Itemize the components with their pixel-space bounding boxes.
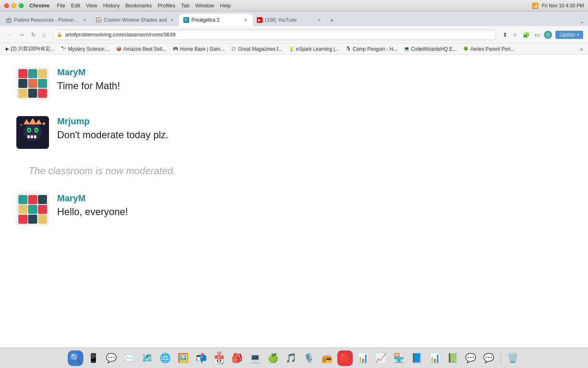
- lock-icon: 🔒: [57, 32, 62, 37]
- bookmark-label-4: Home Base | Gam...: [180, 46, 225, 52]
- back-button[interactable]: ←: [5, 30, 14, 40]
- dock-radio[interactable]: 📻: [319, 350, 335, 366]
- svg-rect-25: [28, 205, 37, 214]
- dock-discord[interactable]: 💬: [463, 350, 479, 366]
- dock-launchpad[interactable]: 📱: [86, 350, 101, 366]
- profile-button[interactable]: G: [544, 31, 552, 39]
- tab-favicon-4: ▶: [257, 17, 263, 23]
- fullscreen-button[interactable]: [19, 3, 24, 8]
- address-bar[interactable]: 🔒 artofproblemsolving.com/classroom/room…: [53, 29, 496, 40]
- dock-keynote[interactable]: 🏪: [391, 350, 407, 366]
- bookmark-item-1[interactable]: ▶ (2) 川普100%肯定...: [3, 45, 57, 53]
- bookmark-item-5[interactable]: 📰 Great Magazines f...: [228, 45, 285, 53]
- tab-close-3[interactable]: ✕: [243, 17, 249, 23]
- bookmark-item-4[interactable]: 🎮 Home Base | Gam...: [170, 45, 227, 53]
- dock-photos[interactable]: 🖼️: [176, 350, 191, 366]
- bookmark-item-2[interactable]: 🔭 Mystery Science:...: [58, 45, 112, 53]
- bookmark-favicon-1: ▶: [6, 46, 9, 52]
- tab-prealgebra[interactable]: P Prealgebra 2 ✕: [179, 14, 253, 26]
- dock-dash[interactable]: 🔴: [337, 350, 353, 366]
- tab-close-2[interactable]: ✕: [169, 17, 175, 23]
- dock-notes[interactable]: 💻: [247, 350, 263, 366]
- svg-rect-1: [28, 69, 37, 78]
- tabs-expand-button[interactable]: ⌄: [578, 16, 586, 26]
- menu-file[interactable]: File: [57, 2, 65, 9]
- tab-favicon-1: 🏥: [6, 17, 11, 23]
- dock-chrome[interactable]: 🌐: [158, 350, 173, 366]
- bookmark-item-7[interactable]: 🐧 Camp Penguin - H...: [343, 45, 400, 53]
- dock-schoolwork[interactable]: 🎒: [229, 350, 245, 366]
- svg-rect-7: [28, 89, 37, 98]
- dock-appstore[interactable]: 🍏: [265, 350, 281, 366]
- dock-word[interactable]: 📘: [409, 350, 425, 366]
- bookmark-button[interactable]: ☆: [512, 31, 519, 39]
- bookmark-favicon-2: 🔭: [61, 46, 67, 52]
- system-time: Fri Nov 10 4:30 PM: [542, 3, 584, 9]
- svg-text:★: ★: [42, 121, 46, 126]
- wifi-icon: 📶: [532, 2, 539, 9]
- tab-patient-resources[interactable]: 🏥 Patient Resources - Pomona,... ✕: [2, 14, 91, 26]
- menu-window[interactable]: Window: [195, 2, 214, 9]
- nav-actions: ⬆ ☆ 🧩 ▭ G Update ▾: [502, 31, 583, 39]
- dock-messages[interactable]: 💬: [104, 350, 119, 366]
- menu-history[interactable]: History: [103, 2, 119, 9]
- chat-message-2: ★ ✦ Mrjump Don't moderate today plz.: [16, 116, 572, 149]
- svg-rect-6: [18, 89, 27, 98]
- tab-label-3: Prealgebra 2: [192, 17, 241, 23]
- dock-separator: [501, 352, 501, 364]
- dock-finder[interactable]: 🔍: [68, 350, 83, 366]
- chat-message-1: MaryM Time for Math!: [16, 67, 572, 100]
- menu-help[interactable]: Help: [220, 2, 231, 9]
- menu-profiles[interactable]: Profiles: [158, 2, 175, 9]
- menu-tab[interactable]: Tab: [181, 2, 189, 9]
- new-tab-button[interactable]: +: [326, 15, 338, 26]
- bookmark-label-9: Aeries Parent Port...: [470, 46, 514, 52]
- bookmark-label-6: eSpark Learning |...: [296, 46, 339, 52]
- tab-close-4[interactable]: ✕: [316, 17, 322, 23]
- dock-trash[interactable]: 🗑️: [505, 350, 521, 366]
- tab-close-1[interactable]: ✕: [82, 17, 87, 23]
- svg-rect-15: [27, 135, 30, 138]
- dock-numbers[interactable]: 📈: [373, 350, 389, 366]
- bookmarks-more-button[interactable]: »: [578, 45, 585, 53]
- dock-excel[interactable]: 📗: [445, 350, 461, 366]
- update-button[interactable]: Update ▾: [555, 31, 583, 39]
- dock-powerpoint[interactable]: 📊: [427, 350, 443, 366]
- username-2: Mrjump: [57, 116, 572, 127]
- tab-youtube[interactable]: ▶ (338) YouTube ✕: [253, 14, 326, 26]
- minimize-button[interactable]: [11, 3, 16, 8]
- dock-contacts[interactable]: 📬: [194, 350, 209, 366]
- bookmark-label-5: Great Magazines f...: [238, 46, 282, 52]
- share-button[interactable]: ⬆: [502, 31, 508, 39]
- menu-bookmarks[interactable]: Bookmarks: [125, 2, 152, 9]
- bookmark-favicon-3: 📦: [116, 46, 122, 52]
- dock-calendar[interactable]: 10 📆: [212, 350, 227, 366]
- forward-button[interactable]: →: [17, 30, 26, 40]
- dock-maps[interactable]: 🗺️: [140, 350, 155, 366]
- tab-custom-window[interactable]: 🪟 Custom Window Shades and ✕: [91, 14, 179, 26]
- home-button[interactable]: ⌂: [41, 30, 47, 40]
- chat-message-3: MaryM Hello, everyone!: [16, 193, 572, 226]
- avatar-marym-1: [16, 67, 49, 100]
- username-1: MaryM: [57, 67, 572, 78]
- close-button[interactable]: [4, 3, 9, 8]
- reload-button[interactable]: ↻: [29, 30, 38, 40]
- dock-mail[interactable]: ✉️: [122, 350, 137, 366]
- dock-music[interactable]: 🎵: [283, 350, 299, 366]
- sidebar-button[interactable]: ▭: [534, 31, 541, 39]
- menu-edit[interactable]: Edit: [71, 2, 80, 9]
- bookmark-label-8: CodeWizardsHQ E...: [411, 46, 457, 52]
- moderation-notice: The classroom is now moderated.: [29, 165, 572, 177]
- svg-rect-29: [38, 215, 47, 224]
- main-content: MaryM Time for Math! ★: [0, 55, 588, 348]
- bookmark-item-6[interactable]: 💡 eSpark Learning |...: [286, 45, 341, 53]
- dock-news[interactable]: 📊: [355, 350, 371, 366]
- bookmark-item-9[interactable]: 🌳 Aeries Parent Port...: [461, 45, 517, 53]
- bookmark-item-3[interactable]: 📦 Amazon Best Sell...: [114, 45, 169, 53]
- bookmark-item-8[interactable]: 💻 CodeWizardsHQ E...: [401, 45, 459, 53]
- tab-label-1: Patient Resources - Pomona,...: [14, 17, 79, 23]
- extensions-button[interactable]: 🧩: [522, 31, 530, 39]
- dock-wechat[interactable]: 💬: [481, 350, 497, 366]
- menu-view[interactable]: View: [86, 2, 97, 9]
- dock-podcasts[interactable]: 🎙️: [301, 350, 317, 366]
